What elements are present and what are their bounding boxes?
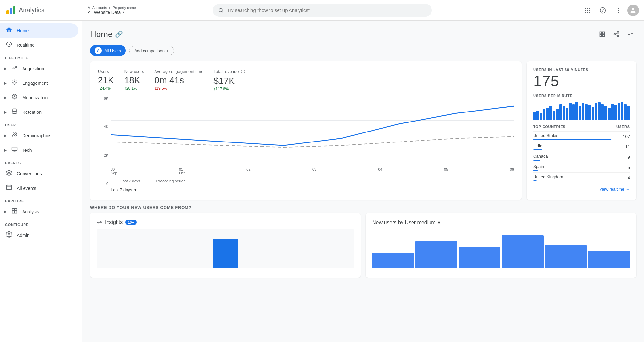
realtime-bar (627, 106, 630, 120)
realtime-bar (543, 109, 545, 120)
new-users-selector[interactable]: New users by User medium ▾ (372, 220, 630, 226)
realtime-bar (575, 102, 578, 120)
realtime-bar (549, 106, 552, 120)
new-users-selector-label: New users by User medium (372, 220, 436, 226)
main-chart-wrapper: 6K 4K 2K 0 (98, 96, 514, 192)
help-icon-button[interactable]: ? (596, 4, 609, 17)
country-info: United States (533, 133, 620, 140)
explore-section-label: EXPLORE (0, 195, 82, 204)
users-value: 21K (98, 75, 114, 85)
events-section-label: EVENTS (0, 157, 82, 166)
nav-actions: ? (581, 4, 639, 17)
all-users-chip[interactable]: A All Users (90, 45, 126, 56)
sidebar-demographics-label: Demographics (22, 133, 51, 138)
logo-area: Analytics (5, 5, 82, 15)
users-metric: Users 21K ↑24.4% (98, 69, 114, 91)
svg-rect-33 (600, 32, 602, 34)
grid-icon (584, 7, 591, 14)
sidebar-item-demographics[interactable]: ▶ Demographics (0, 128, 78, 143)
sidebar-item-home[interactable]: Home (0, 23, 78, 38)
country-bar (533, 170, 538, 171)
arrow-right-icon: → (626, 187, 630, 191)
realtime-bar (588, 105, 591, 120)
chart-legend: Last 7 days Preceding period (111, 179, 514, 183)
realtime-bar (592, 107, 594, 120)
breadcrumb-accounts[interactable]: All Accounts (88, 6, 107, 10)
sidebar-item-analysis[interactable]: ▶ Analysis (0, 204, 78, 219)
content-row: Users 21K ↑24.4% New users 18K ↑28.1% Av… (90, 61, 636, 200)
page-link-icon[interactable]: 🔗 (115, 30, 123, 38)
realtime-bar (624, 104, 627, 120)
svg-rect-11 (585, 12, 586, 13)
sidebar-item-engagement[interactable]: ▶ Engagement (0, 76, 78, 90)
svg-rect-6 (587, 8, 588, 9)
country-row: India 11 (533, 142, 630, 152)
new-users-metric: New users 18K ↑28.1% (124, 69, 144, 91)
country-bar (533, 139, 611, 140)
legend-dashed-item: Preceding period (147, 179, 185, 183)
breadcrumb: All Accounts › Property name All Website… (88, 6, 136, 15)
realtime-bar (553, 111, 555, 120)
top-navigation: Analytics All Accounts › Property name A… (0, 0, 644, 21)
top-countries-header: TOP COUNTRIES USERS (533, 125, 630, 129)
new-users-label: New users (124, 69, 144, 74)
date-range-button[interactable]: Last 7 days ▾ (111, 187, 137, 192)
sidebar-item-admin[interactable]: Admin (0, 228, 78, 242)
chevron-down-icon: ▾ (134, 187, 137, 192)
svg-rect-2 (13, 6, 15, 14)
breadcrumb-property[interactable]: Property name (113, 6, 136, 10)
sidebar-item-conversions[interactable]: Conversions (0, 166, 78, 181)
sidebar-item-all-events[interactable]: All events (0, 181, 78, 195)
realtime-bar (563, 106, 565, 120)
country-bar (533, 180, 537, 181)
sidebar-item-tech[interactable]: ▶ Tech (0, 143, 78, 157)
insights-chart-placeholder (97, 229, 354, 268)
realtime-bar (621, 102, 623, 120)
svg-point-37 (617, 32, 619, 33)
country-info: United Kingdom (533, 174, 620, 181)
sidebar-item-acquisition[interactable]: ▶ Acquisition (0, 61, 78, 76)
realtime-count: 175 (533, 73, 630, 90)
svg-point-3 (219, 8, 222, 12)
sidebar-monetization-label: Monetization (22, 95, 48, 100)
svg-rect-8 (585, 10, 586, 11)
lifecycle-section-label: LIFE CYCLE (0, 52, 82, 61)
add-comparison-button[interactable]: Add comparison + (129, 46, 174, 55)
compare-button[interactable] (625, 28, 636, 40)
insights-badge: 10+ (125, 220, 137, 225)
date-range-label: Last 7 days (111, 187, 132, 192)
grid-icon-button[interactable] (581, 4, 594, 17)
sidebar-retention-label: Retention (22, 110, 42, 115)
avatar-icon (630, 7, 637, 14)
customize-report-button[interactable] (596, 28, 608, 40)
realtime-bar (614, 105, 617, 120)
users-per-minute-label: USERS PER MINUTE (533, 94, 630, 98)
svg-text:?: ? (602, 8, 604, 12)
svg-rect-13 (589, 12, 590, 13)
country-count: 4 (620, 175, 630, 180)
sidebar-item-retention[interactable]: ▶ Retention (0, 105, 78, 119)
search-bar[interactable] (213, 4, 432, 17)
sidebar-item-realtime[interactable]: Realtime (0, 38, 78, 52)
analytics-logo-icon (5, 5, 15, 15)
realtime-section-label: USERS IN LAST 30 MINUTES (533, 68, 630, 72)
demographics-icon (11, 132, 18, 140)
country-info: Canada (533, 154, 620, 161)
sidebar-item-monetization[interactable]: ▶ Monetization (0, 90, 78, 105)
property-selector[interactable]: All Website Data ▾ (88, 10, 136, 15)
sidebar-realtime-label: Realtime (17, 43, 34, 48)
page-title-area: Home 🔗 (90, 29, 123, 39)
where-section-label: WHERE DO YOUR NEW USERS COME FROM? (90, 205, 636, 210)
configure-section-label: CONFIGURE (0, 219, 82, 228)
sidebar-conversions-label: Conversions (17, 171, 42, 176)
new-users-change: ↑28.1% (124, 86, 144, 91)
realtime-bar (546, 108, 549, 120)
avatar[interactable] (627, 5, 639, 16)
share-button[interactable] (611, 28, 622, 40)
legend-dashed-line (147, 181, 154, 181)
view-realtime-link[interactable]: View realtime → (533, 187, 630, 191)
country-row: United States 107 (533, 131, 630, 142)
svg-marker-26 (6, 170, 12, 173)
more-options-button[interactable] (612, 4, 625, 17)
search-input[interactable] (227, 7, 427, 13)
